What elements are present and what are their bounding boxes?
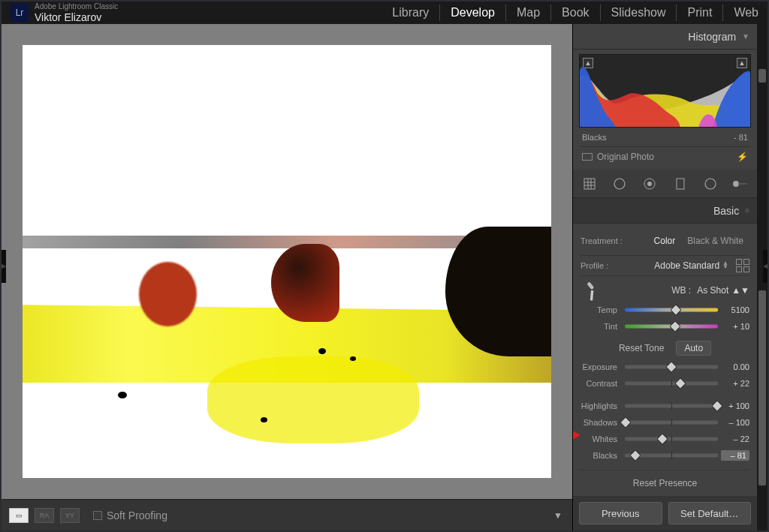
- redeye-tool[interactable]: [641, 175, 659, 193]
- original-photo-label[interactable]: Original Photo: [597, 152, 654, 162]
- nav-slideshow[interactable]: Slideshow: [611, 6, 666, 20]
- tint-label: Tint: [581, 322, 622, 331]
- updown-icon: ▲▼: [722, 262, 728, 269]
- temp-slider[interactable]: [625, 305, 718, 315]
- tint-slider[interactable]: [625, 321, 718, 332]
- contrast-slider[interactable]: [625, 378, 718, 389]
- graduated-filter-tool[interactable]: [671, 175, 689, 193]
- view-ra-button[interactable]: RA: [35, 508, 54, 523]
- right-panel-handle[interactable]: ◀: [763, 250, 767, 283]
- panel-switch-icon[interactable]: ≡: [745, 206, 749, 215]
- wb-value: As Shot: [697, 285, 728, 296]
- adjustment-brush-tool[interactable]: [731, 175, 749, 193]
- exposure-label: Exposure: [581, 362, 622, 371]
- svg-rect-8: [677, 179, 684, 189]
- treatment-label: Treatment :: [581, 236, 623, 245]
- view-loupe-button[interactable]: ▭: [9, 508, 29, 523]
- nav-map[interactable]: Map: [517, 6, 540, 20]
- profile-browser-icon[interactable]: [736, 259, 749, 272]
- photo-preview: [23, 45, 551, 478]
- temp-label: Temp: [581, 305, 622, 314]
- exposure-slider[interactable]: [625, 362, 718, 372]
- blacks-slider[interactable]: [625, 450, 718, 461]
- radial-filter-tool[interactable]: [701, 175, 719, 193]
- contrast-value[interactable]: + 22: [721, 379, 749, 388]
- nav-book[interactable]: Book: [562, 6, 589, 20]
- basic-panel-header[interactable]: Basic ≡: [573, 198, 757, 224]
- tool-strip: [573, 170, 757, 198]
- treatment-bw-button[interactable]: Black & White: [681, 233, 749, 248]
- nav-web[interactable]: Web: [734, 6, 758, 20]
- nav-library[interactable]: Library: [392, 6, 429, 20]
- app-name-text: Adobe Lightroom Classic: [35, 2, 118, 11]
- histogram-region-label: Blacks: [582, 133, 606, 142]
- svg-point-9: [705, 179, 716, 189]
- shadows-slider[interactable]: [625, 417, 718, 428]
- view-yy-button[interactable]: YY: [60, 508, 80, 523]
- set-default-button[interactable]: Set Default…: [668, 502, 752, 524]
- wb-select[interactable]: As Shot ▲▼: [697, 285, 749, 296]
- secondary-toolbar: ▭ RA YY Soft Proofing ▼: [2, 499, 572, 530]
- histogram-region-value: - 81: [734, 133, 748, 142]
- user-name-text: Viktor Elizarov: [35, 11, 118, 24]
- eyedropper-icon[interactable]: [576, 275, 605, 305]
- histogram-header[interactable]: Histogram ▼: [573, 24, 757, 50]
- annotation-arrow-blacks: [573, 430, 581, 440]
- svg-rect-12: [587, 281, 594, 290]
- module-picker: Library Develop Map Book Slideshow Print…: [392, 5, 758, 21]
- spot-removal-tool[interactable]: [611, 175, 629, 193]
- contrast-label: Contrast: [581, 379, 622, 388]
- previous-button[interactable]: Previous: [579, 502, 662, 524]
- left-panel-handle[interactable]: ▶: [2, 250, 6, 283]
- wb-label: WB :: [671, 285, 691, 296]
- tint-value[interactable]: + 10: [721, 322, 749, 331]
- blacks-value[interactable]: – 81: [721, 450, 749, 461]
- highlights-slider[interactable]: [625, 401, 718, 411]
- histogram-display[interactable]: ▲ ▲: [579, 54, 751, 128]
- nav-develop[interactable]: Develop: [451, 6, 495, 20]
- svg-point-10: [733, 181, 739, 187]
- basic-title: Basic: [713, 205, 739, 217]
- svg-rect-0: [584, 179, 595, 189]
- highlights-value[interactable]: + 100: [721, 401, 749, 410]
- identity-plate: Adobe Lightroom Classic Viktor Elizarov: [35, 2, 118, 24]
- temp-value[interactable]: 5100: [721, 305, 749, 314]
- rectangle-icon: [582, 153, 593, 161]
- highlights-label: Highlights: [581, 401, 622, 410]
- blacks-label: Blacks: [581, 451, 622, 460]
- nav-print[interactable]: Print: [687, 6, 712, 20]
- profile-select[interactable]: Adobe Standard ▲▼: [654, 260, 728, 271]
- updown-icon: ▲▼: [731, 285, 749, 296]
- crop-tool[interactable]: [581, 175, 599, 193]
- app-logo: Lr: [11, 4, 29, 22]
- exposure-value[interactable]: 0.00: [721, 362, 749, 371]
- shadows-label: Shadows: [581, 418, 622, 427]
- reset-presence-label[interactable]: Reset Presence: [581, 470, 749, 490]
- image-canvas[interactable]: [2, 24, 572, 499]
- auto-button[interactable]: Auto: [676, 341, 711, 356]
- shadows-value[interactable]: – 100: [721, 418, 749, 427]
- soft-proofing-checkbox[interactable]: [93, 511, 102, 520]
- svg-rect-11: [738, 183, 747, 185]
- bolt-icon[interactable]: ⚡: [737, 152, 748, 162]
- treatment-color-button[interactable]: Color: [648, 233, 682, 248]
- soft-proofing-label: Soft Proofing: [107, 509, 167, 521]
- chevron-down-icon: ▼: [742, 32, 749, 41]
- histogram-title: Histogram: [688, 31, 736, 43]
- reset-tone-label[interactable]: Reset Tone: [619, 343, 665, 353]
- svg-point-7: [647, 182, 652, 186]
- annotation-arrow-shadows: [573, 397, 574, 407]
- svg-point-5: [614, 179, 625, 189]
- whites-slider[interactable]: [625, 434, 718, 444]
- profile-label: Profile :: [581, 261, 608, 270]
- toolbar-expand-icon[interactable]: ▼: [551, 509, 565, 522]
- profile-value: Adobe Standard: [654, 260, 719, 271]
- whites-value[interactable]: – 22: [721, 434, 749, 443]
- whites-label: Whites: [581, 434, 622, 443]
